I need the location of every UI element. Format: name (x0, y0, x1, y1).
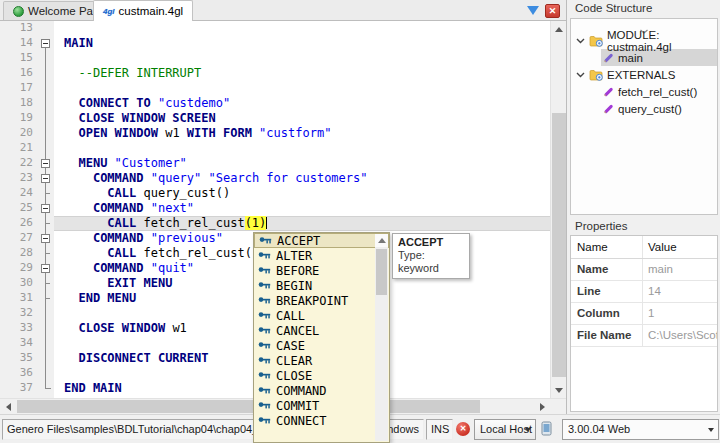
popup-scroll-up-icon[interactable] (375, 234, 388, 247)
completion-item[interactable]: BEFORE (254, 263, 389, 278)
completion-item[interactable]: CLOSE (254, 368, 389, 383)
code-line[interactable]: 25 COMMAND "next" (0, 201, 550, 216)
line-number: 29 (0, 261, 38, 276)
fold-marker[interactable] (38, 231, 54, 246)
property-row-file-name[interactable]: File NameC:\Users\Scot (571, 325, 717, 347)
code-token (64, 156, 78, 170)
line-number: 34 (0, 336, 38, 351)
code-token (64, 111, 78, 125)
code-line[interactable]: 14MAIN (0, 36, 550, 51)
tooltip-title: ACCEPT (398, 236, 464, 249)
code-line[interactable]: 24 CALL query_cust() (0, 186, 550, 201)
code-structure-tree[interactable]: MODULE: custmain.4glmainEXTERNALSfetch_r… (570, 18, 718, 215)
completion-item[interactable]: CALL (254, 308, 389, 323)
completion-item[interactable]: COMMAND (254, 383, 389, 398)
code-token (64, 126, 78, 140)
vertical-scrollbar[interactable] (550, 21, 566, 398)
code-line[interactable]: 18 CONNECT TO "custdemo" (0, 96, 550, 111)
popup-scroll-thumb[interactable] (376, 249, 387, 295)
line-number: 28 (0, 246, 38, 261)
code-token: COMMAND (93, 261, 144, 275)
tree-item-externals[interactable]: EXTERNALS (571, 66, 717, 83)
tree-item-query-cust-[interactable]: query_cust() (601, 100, 717, 117)
tree-item-module-custmain-4gl[interactable]: MODULE: custmain.4gl (571, 32, 717, 49)
horizontal-scroll-thumb[interactable] (17, 400, 480, 413)
host-selector[interactable]: Local Host (474, 419, 536, 440)
code-line[interactable]: 23 COMMAND "query" "Search for customers… (0, 171, 550, 186)
line-number: 27 (0, 231, 38, 246)
completion-item[interactable]: BREAKPOINT (254, 293, 389, 308)
code-line[interactable]: 20 OPEN WINDOW w1 WITH FORM "custform" (0, 126, 550, 141)
line-number: 23 (0, 171, 38, 186)
completion-item[interactable]: ACCEPT (254, 233, 389, 248)
genero-studio-window: Welcome Page 4gl custmain.4gl ✕ 1314MAIN… (0, 0, 720, 443)
fold-marker (38, 141, 54, 156)
code-line[interactable]: 26 CALL fetch_rel_cust(1) (0, 216, 550, 231)
code-line[interactable]: 17 (0, 81, 550, 96)
code-token: "Search for customers" (209, 171, 368, 185)
fold-marker[interactable] (38, 36, 54, 51)
tab-list-filter-icon[interactable] (527, 6, 539, 15)
code-line[interactable]: 22 MENU "Customer" (0, 156, 550, 171)
tree-item-fetch-rel-cust-[interactable]: fetch_rel_cust() (601, 83, 717, 100)
property-row-line[interactable]: Line14 (571, 281, 717, 303)
fold-marker[interactable] (38, 261, 54, 276)
completion-item[interactable]: COMMIT (254, 398, 389, 413)
completion-item[interactable]: CANCEL (254, 323, 389, 338)
tree-item-label: MODULE: custmain.4gl (607, 29, 717, 53)
code-token: --DEFER INTERRUPT (78, 66, 201, 80)
completion-item[interactable]: CONNECT (254, 413, 389, 428)
error-icon[interactable]: ✕ (456, 422, 470, 436)
scroll-left-icon[interactable] (0, 399, 16, 415)
device-icon[interactable] (541, 421, 552, 438)
expander-chevron-icon[interactable] (576, 72, 585, 78)
tab-label: custmain.4gl (119, 5, 184, 17)
autocomplete-popup: ACCEPTALTERBEFOREBEGINBREAKPOINTCALLCANC… (253, 232, 390, 443)
version-selector-value: 3.00.04 Web (568, 423, 630, 435)
code-token: OPEN WINDOW (78, 126, 157, 140)
fold-marker[interactable] (38, 201, 54, 216)
code-token: "custform" (259, 126, 331, 140)
line-number: 32 (0, 306, 38, 321)
key-icon (258, 294, 271, 308)
completion-item[interactable]: CLEAR (254, 353, 389, 368)
tree-item-label: fetch_rel_cust() (618, 86, 697, 98)
code-line[interactable]: 21 (0, 141, 550, 156)
line-number: 19 (0, 111, 38, 126)
line-number: 20 (0, 126, 38, 141)
chevron-down-icon (525, 428, 531, 432)
property-name: Name (571, 259, 643, 280)
code-line[interactable]: 15 (0, 51, 550, 66)
code-line[interactable]: 13 (0, 21, 550, 36)
code-token: CALL (107, 246, 136, 260)
expander-chevron-icon[interactable] (576, 38, 585, 44)
code-token: "custdemo" (158, 96, 230, 110)
code-token (64, 291, 78, 305)
scroll-down-icon[interactable] (551, 382, 566, 398)
scroll-up-icon[interactable] (551, 21, 566, 37)
fold-marker[interactable] (38, 171, 54, 186)
completion-item[interactable]: BEGIN (254, 278, 389, 293)
completion-item[interactable]: ALTER (254, 248, 389, 263)
property-name: Column (571, 303, 643, 324)
4gl-file-icon: 4gl (103, 7, 115, 16)
fold-marker (38, 126, 54, 141)
code-token (64, 276, 107, 290)
line-number: 24 (0, 186, 38, 201)
fold-marker[interactable] (38, 156, 54, 171)
code-token: (1) (245, 216, 267, 230)
scroll-right-icon[interactable] (534, 399, 550, 415)
completion-item[interactable]: CASE (254, 338, 389, 353)
close-tab-icon[interactable]: ✕ (545, 4, 560, 18)
tab-custmain-4gl[interactable]: 4gl custmain.4gl (93, 0, 193, 21)
line-number: 14 (0, 36, 38, 51)
version-selector[interactable]: 3.00.04 Web (562, 419, 719, 440)
fold-marker (38, 366, 54, 381)
property-row-column[interactable]: Column1 (571, 303, 717, 325)
vertical-scroll-thumb[interactable] (552, 113, 566, 377)
property-row-name[interactable]: Namemain (571, 259, 717, 281)
code-line[interactable]: 19 CLOSE WINDOW SCREEN (0, 111, 550, 126)
code-token: WITH FORM (187, 126, 252, 140)
code-line[interactable]: 16 --DEFER INTERRUPT (0, 66, 550, 81)
popup-scrollbar[interactable] (375, 234, 388, 441)
